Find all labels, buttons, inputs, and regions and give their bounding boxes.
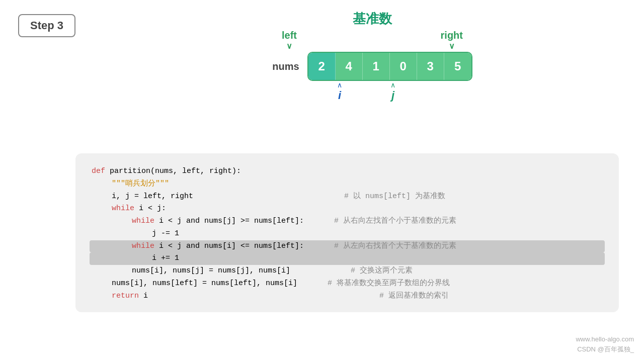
array-cell-5: 5 — [444, 53, 471, 80]
code-line-11: return i # 返回基准数的索引 — [92, 290, 603, 303]
pivot-label: 基准数 — [353, 10, 392, 28]
i-label: i — [338, 89, 341, 102]
code-while2-cond: i < j and nums[j] >= nums[left]: — [159, 215, 304, 228]
code-ij-assign: i, j = left, right — [112, 191, 193, 203]
cmt-9: # 交换这两个元素 — [351, 265, 413, 278]
nums-label: nums — [272, 61, 299, 72]
right-pointer: right ∨ — [441, 30, 463, 51]
code-while3-cond: i < j and nums[i] <= nums[left]: — [159, 240, 304, 253]
viz-area: 基准数 left ∨ right ∨ nums 2 4 1 0 3 5 ∧ i — [151, 10, 594, 107]
fn-name: partition(nums, left, right): — [110, 165, 241, 178]
kw-while3: while — [132, 240, 159, 253]
code-line-7: while i < j and nums[i] <= nums[left]: #… — [90, 240, 605, 253]
j-pointer: ∧ j — [390, 81, 395, 102]
array-cell-2: 1 — [363, 53, 390, 80]
cmt-10: # 将基准数交换至两子数组的分界线 — [328, 278, 450, 290]
array-cell-1: 4 — [336, 53, 363, 80]
i-pointer: ∧ i — [337, 81, 342, 102]
watermark: www.hello-algo.com CSDN @百年孤独_ — [576, 334, 634, 354]
i-arrow-up: ∧ — [337, 81, 342, 89]
code-line-6: j -= 1 — [92, 228, 603, 240]
array-wrapper: 2 4 1 0 3 5 — [307, 52, 472, 81]
step-badge: Step 3 — [18, 14, 75, 37]
code-line-10: nums[i], nums[left] = nums[left], nums[i… — [92, 278, 603, 290]
left-pointer-label: left — [282, 30, 297, 41]
code-return-i: i — [143, 290, 148, 303]
cmt-7: # 从左向右找首个大于基准数的元素 — [334, 240, 456, 253]
bottom-pointers: ∧ i ∧ j — [299, 81, 480, 107]
code-line-9: nums[i], nums[j] = nums[j], nums[i] # 交换… — [92, 265, 603, 278]
code-line-3: i, j = left, right # 以 nums[left] 为基准数 — [92, 191, 603, 203]
right-pointer-label: right — [441, 30, 463, 41]
right-arrow-down: ∨ — [449, 41, 455, 51]
left-arrow-down: ∨ — [286, 41, 292, 51]
code-line-5: while i < j and nums[j] >= nums[left]: #… — [92, 215, 603, 228]
code-line-4: while i < j: — [92, 203, 603, 215]
code-line-1: def partition(nums, left, right): — [92, 165, 603, 178]
code-j-decr: j -= 1 — [152, 228, 179, 240]
kw-def: def — [92, 165, 110, 178]
watermark-line2: CSDN @百年孤独_ — [576, 344, 634, 354]
cmt-3: # 以 nums[left] 为基准数 — [344, 191, 445, 203]
cmt-11: # 返回基准数的索引 — [379, 290, 449, 303]
code-swap2: nums[i], nums[left] = nums[left], nums[i… — [112, 278, 297, 290]
pointer-row: left ∨ right ∨ — [282, 30, 463, 51]
array-container: nums 2 4 1 0 3 5 — [272, 52, 472, 81]
array-cell-4: 3 — [417, 53, 444, 80]
array-cell-0: 2 — [308, 53, 336, 80]
left-pointer: left ∨ — [282, 30, 297, 51]
code-i-incr: i += 1 — [152, 252, 179, 265]
code-swap1: nums[i], nums[j] = nums[j], nums[i] — [132, 265, 290, 278]
array-cell-3: 0 — [390, 53, 417, 80]
code-line-2: """哨兵划分""" — [92, 178, 603, 191]
kw-while1: while — [112, 203, 139, 215]
cmt-5: # 从右向左找首个小于基准数的元素 — [334, 215, 456, 228]
docstring: """哨兵划分""" — [112, 178, 169, 191]
kw-return: return — [112, 290, 143, 303]
watermark-line1: www.hello-algo.com — [576, 334, 634, 344]
code-block: def partition(nums, left, right): """哨兵划… — [75, 153, 619, 312]
j-arrow-up: ∧ — [390, 81, 395, 89]
kw-while2: while — [132, 215, 159, 228]
code-while1-cond: i < j: — [139, 203, 166, 215]
code-line-8: i += 1 — [90, 252, 605, 265]
j-label: j — [391, 89, 394, 102]
